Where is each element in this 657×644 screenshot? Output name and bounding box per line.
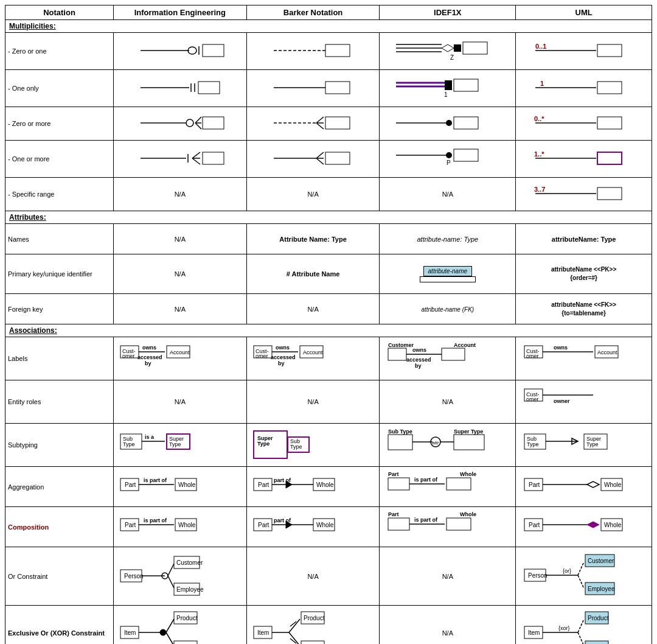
svg-text:Part: Part xyxy=(258,481,269,488)
svg-line-49 xyxy=(192,152,200,158)
svg-rect-10 xyxy=(454,44,461,52)
uml-labels: Cust- omer owns Account xyxy=(516,337,652,380)
svg-rect-52 xyxy=(203,152,224,164)
svg-text:Product: Product xyxy=(304,615,325,621)
svg-marker-9 xyxy=(442,44,454,52)
svg-text:is part of: is part of xyxy=(144,517,167,523)
ie-composition: Part is part of Whole xyxy=(114,507,247,547)
idef-xor: N/A xyxy=(380,606,516,645)
svg-rect-57 xyxy=(325,152,350,164)
barker-names: Attribute Name: Type xyxy=(246,224,380,254)
table-row: Aggregation Part is part of Whole Part xyxy=(5,467,652,507)
row-specific-range-label: - Specific range xyxy=(5,178,114,211)
idef-xor-na: N/A xyxy=(442,629,453,637)
uml-one-only-svg: 1 xyxy=(529,75,639,100)
svg-rect-12 xyxy=(463,42,487,54)
row-one-only-label: - One only xyxy=(5,70,114,107)
uml-zero-or-one: 0..1 xyxy=(516,33,652,70)
ie-composition-svg: Part is part of Whole xyxy=(119,511,241,542)
svg-line-213 xyxy=(166,632,174,644)
svg-text:Whole: Whole xyxy=(316,481,334,488)
ie-foreign-key: N/A xyxy=(114,294,247,324)
table-row: Subtyping Sub Type is a Super Type xyxy=(5,424,652,467)
svg-line-202 xyxy=(578,562,584,575)
svg-text:Part: Part xyxy=(388,511,399,517)
table-row: Primary key/unique identifier N/A # Attr… xyxy=(5,254,652,294)
row-zero-or-more-label: - Zero or more xyxy=(5,107,114,141)
svg-text:is part of: is part of xyxy=(414,517,438,523)
table-row: - Zero or more xyxy=(5,107,652,141)
barker-primary-key-text: # Attribute Name xyxy=(287,270,340,278)
svg-rect-67 xyxy=(597,187,622,200)
row-primary-key-label: Primary key/unique identifier xyxy=(5,254,114,294)
row-or-constraint-label: Or Constraint xyxy=(5,547,114,606)
svg-text:{or}: {or} xyxy=(563,568,571,574)
ie-primary-key: N/A xyxy=(114,254,247,294)
barker-aggregation-svg: Part part of Whole xyxy=(252,471,374,502)
svg-marker-185 xyxy=(587,522,599,528)
svg-text:Product: Product xyxy=(176,615,198,621)
uml-subtyping-svg: Sub Type Super Type xyxy=(523,428,645,461)
idef-primary-key: attribute-name xyxy=(380,254,516,294)
svg-text:P: P xyxy=(447,159,451,166)
svg-text:Super Type: Super Type xyxy=(454,429,483,435)
svg-rect-29 xyxy=(597,82,622,94)
svg-text:Whole: Whole xyxy=(460,471,476,477)
svg-text:Whole: Whole xyxy=(460,511,476,517)
multiplicities-header: Multiplicities: xyxy=(9,22,56,30)
svg-text:Type: Type xyxy=(123,441,135,447)
svg-text:omer: omer xyxy=(255,353,268,359)
table-row: Composition Part is part of Whole Part xyxy=(5,507,652,547)
ie-zero-or-more xyxy=(114,107,247,141)
svg-text:is a: is a xyxy=(145,434,155,440)
svg-text:Customer: Customer xyxy=(388,342,414,348)
barker-zero-or-one-svg xyxy=(268,38,359,63)
row-xor-label: Exclusive Or (XOR) Constraint xyxy=(5,606,114,645)
barker-specific-range-na: N/A xyxy=(307,191,318,198)
svg-line-193 xyxy=(168,576,174,588)
uml-zero-or-more-svg: 0..* xyxy=(529,111,639,135)
svg-text:omer: omer xyxy=(122,353,135,359)
svg-rect-26 xyxy=(454,79,478,91)
barker-labels-svg: Cust- omer owns accessed by Account xyxy=(252,340,374,376)
svg-text:Customer: Customer xyxy=(176,559,203,566)
ie-subtyping: Sub Type is a Super Type xyxy=(114,424,247,467)
idef-foreign-key-text: attribute-name (FK) xyxy=(421,306,474,313)
idef-one-only-svg: 1 xyxy=(393,72,502,103)
table-row: Exclusive Or (XOR) Constraint Item Produ… xyxy=(5,606,652,645)
svg-text:accessed: accessed xyxy=(271,354,296,360)
idef-labels-svg: Customer Account owns accessed by xyxy=(387,340,509,376)
header-barker: Barker Notation xyxy=(246,5,380,20)
barker-aggregation: Part part of Whole xyxy=(246,467,380,507)
ie-or-constraint-svg: Person Customer Employee xyxy=(119,551,241,600)
svg-line-212 xyxy=(166,619,174,632)
svg-text:Item: Item xyxy=(528,629,540,636)
svg-text:Item: Item xyxy=(257,629,269,636)
svg-text:Part: Part xyxy=(529,481,540,488)
svg-line-54 xyxy=(316,152,324,158)
svg-text:owner: owner xyxy=(554,398,570,404)
svg-text:Type: Type xyxy=(586,441,599,447)
svg-text:Part: Part xyxy=(529,522,540,528)
uml-labels-svg: Cust- omer owns Account xyxy=(523,340,645,376)
svg-text:Type: Type xyxy=(527,441,539,447)
svg-line-56 xyxy=(316,158,324,164)
table-row: - Specific range N/A N/A N/A 3..7 xyxy=(5,178,652,211)
header-uml: UML xyxy=(516,5,652,20)
idef-zero-or-more-svg xyxy=(393,111,502,135)
uml-zero-or-one-svg: 0..1 xyxy=(529,38,639,63)
uml-one-or-more: 1..* xyxy=(516,141,652,178)
barker-zero-or-more-svg xyxy=(268,111,359,135)
table-row: Names N/A Attribute Name: Type attribute… xyxy=(5,224,652,254)
barker-subtyping-svg: Super Type Sub Type xyxy=(252,428,374,461)
barker-entity-roles-na: N/A xyxy=(307,398,318,405)
svg-rect-152 xyxy=(388,478,409,490)
svg-rect-5 xyxy=(325,44,350,57)
uml-xor: Item {xor} Product Service xyxy=(516,606,652,645)
svg-text:1..*: 1..* xyxy=(534,150,544,158)
idef-names: attribute-name: Type xyxy=(380,224,516,254)
svg-text:1: 1 xyxy=(540,80,544,87)
svg-text:Whole: Whole xyxy=(316,522,334,528)
ie-or-constraint: Person Customer Employee xyxy=(114,547,247,606)
uml-or-constraint: Person {or} Customer Employee xyxy=(516,547,652,606)
